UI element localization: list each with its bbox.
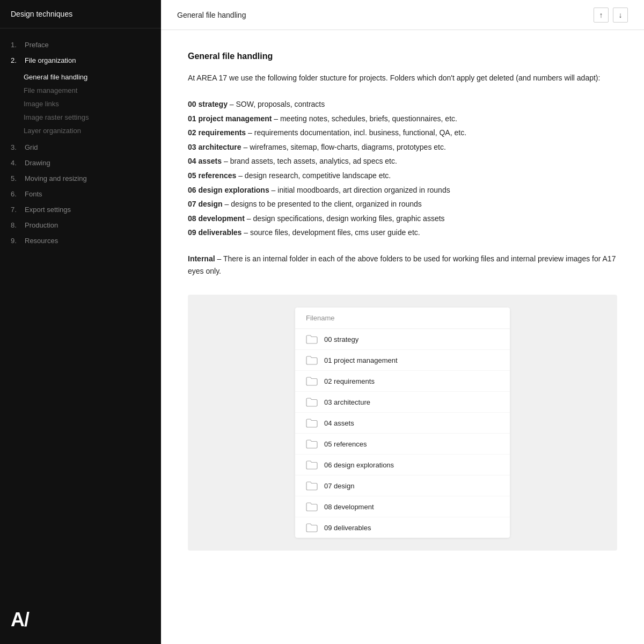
folder-item: 09 deliverables – source files, developm… xyxy=(188,225,617,240)
file-row-label: 03 architecture xyxy=(324,398,370,406)
folder-item: 06 design explorations – initial moodboa… xyxy=(188,183,617,197)
sidebar-item-preface[interactable]: 1.Preface xyxy=(0,37,161,53)
sidebar-item-file-organization[interactable]: 2.File organization xyxy=(0,53,161,68)
file-browser-row: 01 project management xyxy=(295,350,510,371)
file-browser-row: 05 references xyxy=(295,434,510,455)
file-browser-row: 04 assets xyxy=(295,413,510,434)
file-browser-row: 09 deliverables xyxy=(295,517,510,538)
file-row-label: 00 strategy xyxy=(324,335,358,343)
file-row-label: 07 design xyxy=(324,482,354,490)
file-browser-row: 08 development xyxy=(295,496,510,517)
folder-icon xyxy=(306,334,318,344)
file-browser-row: 00 strategy xyxy=(295,329,510,350)
file-browser-row: 03 architecture xyxy=(295,392,510,413)
file-browser-row: 06 design explorations xyxy=(295,455,510,475)
sidebar-item-moving-and-resizing[interactable]: 5.Moving and resizing xyxy=(0,171,161,186)
main-area: General file handling ↑ ↓ General file h… xyxy=(161,0,644,644)
sub-nav-item-image-raster-settings[interactable]: Image raster settings xyxy=(24,111,161,124)
topbar: General file handling ↑ ↓ xyxy=(161,0,644,30)
sub-nav-item-file-management[interactable]: File management xyxy=(24,84,161,97)
sub-nav-item-general-file-handling[interactable]: General file handling xyxy=(24,70,161,84)
nav-up-button[interactable]: ↑ xyxy=(594,8,609,23)
topbar-title: General file handling xyxy=(177,11,246,19)
folder-item: 05 references – design research, competi… xyxy=(188,169,617,183)
folder-icon xyxy=(306,355,318,365)
folder-item: 03 architecture – wireframes, sitemap, f… xyxy=(188,140,617,155)
folder-icon xyxy=(306,481,318,491)
file-browser: Filename 00 strategy 01 project manageme… xyxy=(295,308,510,538)
folder-icon xyxy=(306,418,318,428)
folder-item: 02 requirements – requirements documenta… xyxy=(188,126,617,140)
folder-icon xyxy=(306,523,318,532)
sidebar-item-fonts[interactable]: 6.Fonts xyxy=(0,186,161,202)
sidebar-item-resources[interactable]: 9.Resources xyxy=(0,233,161,248)
file-browser-row: 02 requirements xyxy=(295,371,510,392)
folder-icon xyxy=(306,502,318,511)
file-browser-row: 07 design xyxy=(295,475,510,496)
file-row-label: 01 project management xyxy=(324,356,398,364)
file-row-label: 09 deliverables xyxy=(324,524,371,532)
file-row-label: 04 assets xyxy=(324,419,354,427)
file-row-label: 08 development xyxy=(324,503,374,511)
folder-icon xyxy=(306,439,318,449)
intro-text: At AREA 17 we use the following folder s… xyxy=(188,72,617,84)
file-browser-rows: 00 strategy 01 project management 02 req… xyxy=(295,329,510,538)
nav-list: 1.Preface2.File organizationGeneral file… xyxy=(0,28,161,596)
file-browser-header: Filename xyxy=(295,308,510,329)
sidebar: Design techniques 1.Preface2.File organi… xyxy=(0,0,161,644)
folder-icon xyxy=(306,376,318,386)
file-row-label: 02 requirements xyxy=(324,377,375,385)
sidebar-logo: A/ xyxy=(0,596,161,644)
file-row-label: 05 references xyxy=(324,440,367,448)
folder-icon xyxy=(306,460,318,470)
file-browser-container: Filename 00 strategy 01 project manageme… xyxy=(188,295,617,551)
folder-item: 04 assets – brand assets, tech assets, a… xyxy=(188,154,617,169)
file-row-label: 06 design explorations xyxy=(324,461,394,469)
internal-text: Internal – There is an internal folder i… xyxy=(188,253,617,277)
folder-item: 07 design – designs to be presented to t… xyxy=(188,197,617,211)
sidebar-item-drawing[interactable]: 4.Drawing xyxy=(0,155,161,171)
folder-item: 01 project management – meeting notes, s… xyxy=(188,112,617,126)
page-title: General file handling xyxy=(188,52,617,61)
folder-item: 08 development – design specifications, … xyxy=(188,211,617,226)
folder-icon xyxy=(306,397,318,407)
sidebar-item-production[interactable]: 8.Production xyxy=(0,217,161,233)
topbar-nav: ↑ ↓ xyxy=(594,8,628,23)
folder-item: 00 strategy – SOW, proposals, contracts xyxy=(188,97,617,112)
sidebar-item-grid[interactable]: 3.Grid xyxy=(0,140,161,155)
nav-down-button[interactable]: ↓ xyxy=(613,8,628,23)
sub-nav-item-layer-organization[interactable]: Layer organization xyxy=(24,124,161,137)
content-area: General file handling At AREA 17 we use … xyxy=(161,30,644,644)
sidebar-item-export-settings[interactable]: 7.Export settings xyxy=(0,202,161,217)
sub-nav-item-image-links[interactable]: Image links xyxy=(24,97,161,111)
folder-list: 00 strategy – SOW, proposals, contracts0… xyxy=(188,97,617,240)
sidebar-title: Design techniques xyxy=(0,0,161,28)
